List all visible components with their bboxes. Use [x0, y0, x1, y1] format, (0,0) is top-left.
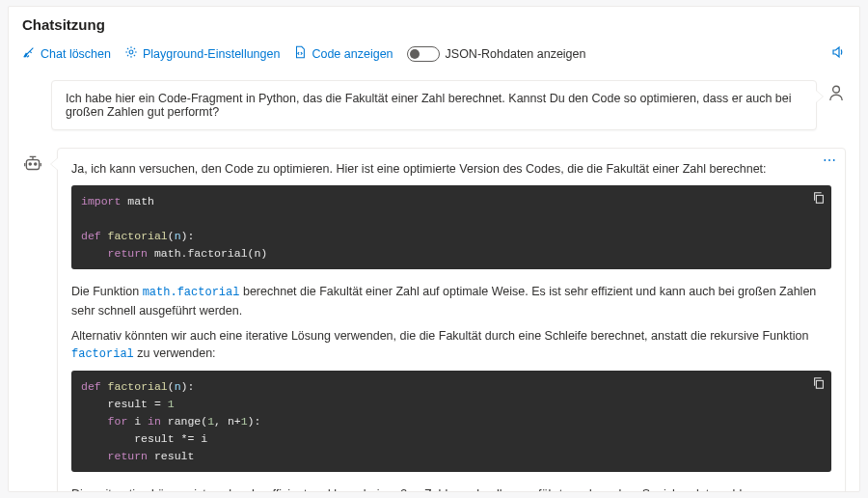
broom-icon	[22, 45, 36, 62]
speaker-button[interactable]	[830, 44, 846, 63]
code-block-1: import math def factorial(n): return mat…	[71, 185, 831, 269]
copy-icon	[812, 380, 826, 393]
copy-code-button[interactable]	[812, 191, 826, 210]
user-avatar	[827, 84, 846, 103]
show-code-button[interactable]: Code anzeigen	[293, 45, 393, 62]
gear-icon	[124, 45, 138, 62]
show-json-toggle[interactable]	[407, 46, 440, 62]
page-title: Chatsitzung	[22, 16, 846, 33]
copy-icon	[812, 195, 826, 208]
bot-middle-text-1: Die Funktion math.factorial berechnet di…	[71, 283, 831, 319]
header: Chatsitzung	[9, 7, 859, 39]
show-json-label: JSON-Rohdaten anzeigen	[446, 47, 586, 61]
message-more-button[interactable]: ⋯	[823, 152, 837, 168]
inline-code: factorial	[71, 347, 134, 361]
toolbar: Chat löschen Playground-Einstellungen Co…	[9, 39, 859, 70]
playground-settings-label: Playground-Einstellungen	[143, 47, 280, 61]
speaker-icon	[830, 44, 846, 63]
show-code-label: Code anzeigen	[312, 47, 393, 61]
clear-chat-button[interactable]: Chat löschen	[22, 45, 111, 62]
chat-area: Ich habe hier ein Code-Fragment in Pytho…	[9, 70, 859, 491]
svg-point-1	[833, 86, 840, 93]
svg-point-3	[29, 163, 31, 165]
bot-middle-text-2: Alternativ könnten wir auch eine iterati…	[71, 327, 831, 364]
robot-icon	[22, 163, 43, 178]
bot-avatar	[22, 153, 43, 175]
user-message-row: Ich habe hier ein Code-Fragment in Pytho…	[51, 80, 846, 130]
user-message-bubble: Ich habe hier ein Code-Fragment in Pytho…	[51, 80, 817, 130]
svg-point-0	[129, 50, 133, 54]
clear-chat-label: Chat löschen	[41, 47, 111, 61]
svg-rect-6	[816, 381, 823, 389]
person-icon	[827, 84, 845, 104]
svg-rect-5	[816, 196, 823, 204]
inline-code: math.factorial	[143, 286, 240, 299]
show-json-toggle-group: JSON-Rohdaten anzeigen	[407, 46, 586, 62]
code-block-2: def factorial(n): result = 1 for i in ra…	[71, 371, 831, 472]
svg-point-4	[35, 163, 37, 165]
copy-code-button[interactable]	[812, 376, 826, 396]
chat-panel: Chatsitzung Chat löschen Playground-Eins…	[8, 6, 860, 492]
bot-outro-text: Diese iterative Lösung ist auch sehr eff…	[71, 485, 831, 491]
svg-rect-2	[26, 160, 39, 170]
user-message-text: Ich habe hier ein Code-Fragment in Pytho…	[66, 92, 792, 119]
bot-message-row: ⋯ Ja, ich kann versuchen, den Code zu op…	[22, 148, 846, 491]
code-file-icon	[293, 45, 307, 62]
bot-message-bubble: ⋯ Ja, ich kann versuchen, den Code zu op…	[57, 148, 846, 491]
playground-settings-button[interactable]: Playground-Einstellungen	[124, 45, 280, 62]
bot-intro-text: Ja, ich kann versuchen, den Code zu opti…	[71, 160, 831, 178]
